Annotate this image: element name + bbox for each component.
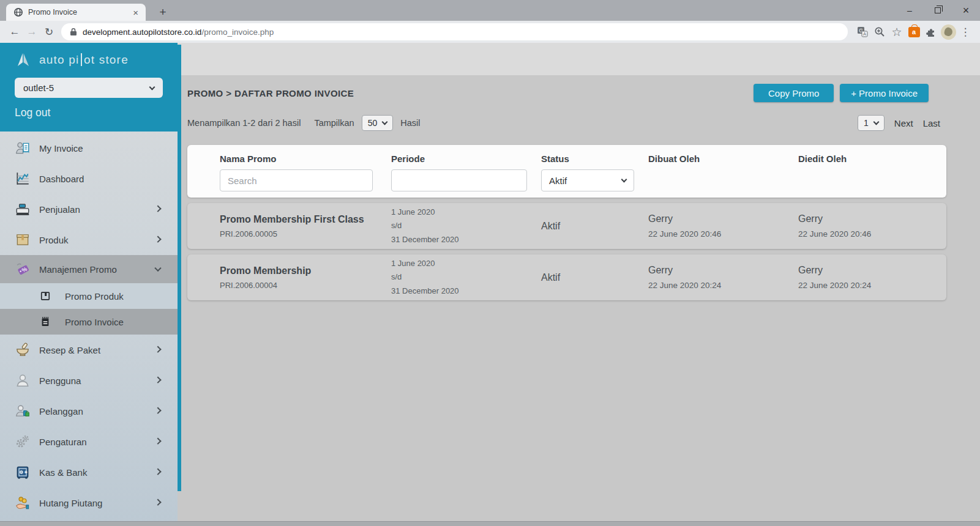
status-filter-select[interactable]: Aktif	[541, 169, 634, 191]
browser-menu-icon[interactable]: ⋮	[957, 23, 974, 40]
app-area: auto piot store outlet-5 Log out	[0, 43, 980, 526]
close-window-button[interactable]: ×	[952, 0, 980, 21]
sidebar-item-promo-produk[interactable]: Promo Produk	[0, 283, 178, 309]
periode-filter-input[interactable]	[391, 169, 527, 191]
logout-link[interactable]: Log out	[15, 106, 163, 119]
sidebar-item-promo-invoice[interactable]: Promo Invoice	[0, 309, 178, 335]
hand-coins-icon	[15, 495, 31, 511]
customer-icon	[15, 403, 31, 419]
pagination-last[interactable]: Last	[923, 118, 940, 128]
sidebar-item-my-invoice[interactable]: My Invoice	[0, 133, 178, 163]
shopping-extension-icon[interactable]: a	[905, 23, 922, 40]
address-bar[interactable]: development.autopilotstore.co.id/promo_i…	[61, 23, 848, 40]
svg-text:✽: ✽	[24, 470, 28, 474]
column-header-diedit-oleh: Diedit Oleh	[798, 154, 946, 164]
box-icon	[15, 232, 31, 248]
main-panel: PROMO > DAFTAR PROMO INVOICE Copy Promo …	[178, 43, 980, 526]
restore-button[interactable]	[924, 0, 952, 21]
promo-period: 1 June 2020 s/d 31 December 2020	[391, 257, 541, 298]
copy-promo-button[interactable]: Copy Promo	[754, 84, 834, 102]
back-button[interactable]: ←	[6, 23, 23, 40]
chevron-right-icon	[154, 438, 161, 445]
tab-close-icon[interactable]: ×	[130, 7, 141, 18]
mortar-icon	[15, 342, 31, 358]
tab-strip: Promo Invoice × + – ×	[0, 0, 980, 21]
promo-name: Promo Membership First Class	[220, 214, 391, 225]
sidebar-menu: My Invoice Dashboard	[0, 132, 178, 518]
new-tab-button[interactable]: +	[155, 5, 170, 20]
page-number-select[interactable]: 1	[858, 115, 885, 131]
restore-icon	[935, 7, 941, 13]
table-row[interactable]: Promo Membership PRI.2006.00004 1 June 2…	[187, 254, 946, 300]
nama-promo-search-input[interactable]	[220, 169, 373, 191]
column-header-status: Status	[541, 154, 648, 164]
status-value: Aktif	[541, 221, 648, 232]
browser-window: Promo Invoice × + – × ← → ↻ development.…	[0, 0, 980, 526]
invoice-person-icon	[15, 140, 31, 156]
minimize-button[interactable]: –	[896, 0, 924, 21]
chevron-right-icon	[154, 206, 161, 212]
sidebar-item-produk[interactable]: Produk	[0, 224, 178, 255]
outlet-select[interactable]: outlet-5	[15, 78, 163, 98]
promo-name: Promo Membership	[220, 265, 391, 276]
chevron-right-icon	[154, 377, 161, 383]
table-filter-row: Nama Promo Periode Status Aktif	[187, 145, 946, 198]
promo-code: PRI.2006.00005	[220, 229, 391, 239]
window-bottom-edge	[0, 521, 980, 526]
chevron-down-icon	[149, 84, 155, 90]
browser-tab[interactable]: Promo Invoice ×	[6, 4, 146, 21]
sidebar-header: auto piot store outlet-5 Log out	[0, 43, 178, 132]
sidebar-item-resep-paket[interactable]: Resep & Paket	[0, 335, 178, 365]
cash-register-icon	[15, 201, 31, 217]
safe-icon: ✽	[15, 464, 31, 480]
paper-plane-logo-icon	[15, 51, 32, 69]
sidebar-scrollbar[interactable]	[178, 45, 181, 491]
url-text: development.autopilotstore.co.id/promo_i…	[83, 28, 274, 37]
sidebar-item-pelanggan[interactable]: Pelanggan	[0, 396, 178, 426]
column-header-periode: Periode	[391, 154, 541, 164]
sidebar-item-kas-bank[interactable]: ✽ Kas & Bank	[0, 457, 178, 487]
chevron-right-icon	[154, 407, 161, 414]
pagination-next[interactable]: Next	[894, 118, 913, 128]
tab-title: Promo Invoice	[28, 8, 125, 17]
sidebar-item-manajemen-promo[interactable]: % Manajemen Promo	[0, 255, 178, 283]
app-logo: auto piot store	[15, 51, 163, 69]
zoom-icon[interactable]	[871, 23, 888, 40]
table-row[interactable]: Promo Membership First Class PRI.2006.00…	[187, 203, 946, 249]
sidebar-item-hutang-piutang[interactable]: Hutang Piutang	[0, 487, 178, 518]
breadcrumb: PROMO > DAFTAR PROMO INVOICE	[187, 88, 354, 98]
notepad-icon	[39, 316, 51, 328]
logo-text: auto piot store	[39, 53, 129, 67]
edited-by-cell: Gerry 22 June 2020 20:24	[798, 265, 946, 290]
chevron-right-icon	[154, 236, 161, 243]
price-tag-icon: %	[15, 261, 31, 277]
sidebar-item-pengaturan[interactable]: Pengaturan	[0, 426, 178, 457]
translate-icon[interactable]: G A	[854, 23, 871, 40]
add-promo-invoice-button[interactable]: + Promo Invoice	[840, 84, 929, 102]
edited-by-cell: Gerry 22 June 2020 20:46	[798, 213, 946, 239]
chevron-right-icon	[154, 499, 161, 506]
column-header-nama-promo: Nama Promo	[220, 154, 391, 164]
gears-icon	[15, 434, 31, 450]
chevron-right-icon	[154, 346, 161, 353]
extensions-puzzle-icon[interactable]	[922, 23, 940, 40]
results-count-text: Menampilkan 1-2 dari 2 hasil	[187, 118, 301, 128]
bookmark-star-icon[interactable]: ☆	[888, 23, 905, 40]
profile-avatar[interactable]	[940, 23, 957, 40]
browser-toolbar: ← → ↻ development.autopilotstore.co.id/p…	[0, 21, 980, 43]
status-value: Aktif	[541, 272, 648, 283]
sidebar: auto piot store outlet-5 Log out	[0, 43, 178, 526]
sidebar-item-penjualan[interactable]: Penjualan	[0, 194, 178, 224]
forward-button[interactable]: →	[23, 23, 40, 40]
globe-favicon-icon	[13, 7, 23, 17]
sidebar-item-dashboard[interactable]: Dashboard	[0, 163, 178, 194]
svg-text:A: A	[863, 31, 866, 37]
sidebar-item-pengguna[interactable]: Pengguna	[0, 365, 178, 396]
person-icon	[15, 372, 31, 388]
reload-button[interactable]: ↻	[40, 23, 58, 40]
main-top-strip	[178, 43, 980, 75]
lock-icon	[70, 28, 77, 36]
chart-icon	[15, 171, 31, 187]
page-size-select[interactable]: 50	[362, 115, 394, 131]
chevron-down-icon	[621, 177, 627, 183]
